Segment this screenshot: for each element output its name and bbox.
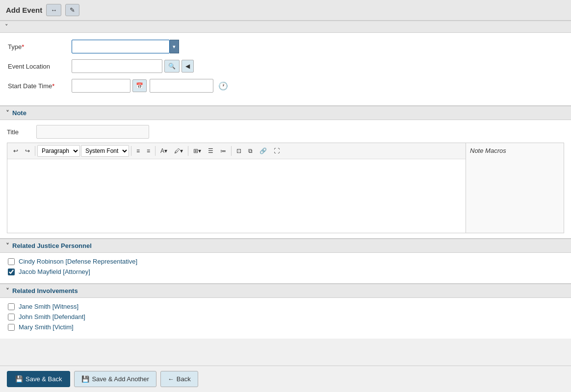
- table-button[interactable]: ⊞▾: [190, 146, 204, 156]
- chevron-icon: ˅: [5, 23, 8, 30]
- location-input[interactable]: [72, 59, 162, 73]
- type-wrapper: ▾: [72, 40, 179, 53]
- toolbar-sep-2: [131, 146, 131, 156]
- calendar-button[interactable]: 📅: [132, 79, 147, 92]
- start-label: Start Date Time*: [8, 82, 72, 90]
- toolbar-sep-3: [155, 146, 156, 156]
- highlight-button[interactable]: 🖊▾: [171, 146, 186, 156]
- note-title-label: Title: [7, 128, 36, 136]
- editor-main: ↩ ↪ Paragraph System Font ≡ ≡ A▾ 🖊▾: [7, 143, 466, 233]
- involvement-name-0[interactable]: Jane Smith [Witness]: [19, 303, 78, 310]
- editor-body[interactable]: [7, 159, 466, 233]
- link-button[interactable]: 🔗: [257, 146, 270, 156]
- location-label: Event Location: [8, 63, 72, 70]
- footer-bar: 💾 Save & Back 💾 Save & Add Another ← Bac…: [0, 366, 571, 368]
- toolbar-sep-4: [188, 146, 188, 156]
- involvement-name-2[interactable]: Mary Smith [Victim]: [19, 323, 74, 331]
- border-button[interactable]: ⊡: [234, 146, 244, 156]
- paragraph-select[interactable]: Paragraph: [37, 145, 80, 157]
- note-chevron-icon: ˅: [6, 109, 9, 117]
- note-title-row: Title Scheduled Event Note: [7, 125, 564, 139]
- fullscreen-button[interactable]: ⛶: [271, 146, 283, 156]
- personnel-chevron-icon: ˅: [6, 242, 9, 249]
- personnel-section-header[interactable]: ˅ Related Justice Personnel: [0, 239, 571, 253]
- redo-button[interactable]: ↪: [22, 146, 33, 156]
- personnel-area: Cindy Robinson [Defense Representative] …: [0, 253, 571, 283]
- note-macros-panel: Note Macros: [466, 143, 564, 233]
- note-title-input[interactable]: Scheduled Event Note: [36, 125, 149, 139]
- personnel-name-1[interactable]: Jacob Mayfield [Attorney]: [19, 268, 90, 275]
- type-dropdown-button[interactable]: ▾: [170, 40, 179, 53]
- edit-button[interactable]: ✎: [65, 4, 79, 16]
- personnel-name-0[interactable]: Cindy Robinson [Defense Representative]: [19, 258, 137, 265]
- align-left-button[interactable]: ≡: [133, 146, 143, 156]
- list-item: Mary Smith [Victim]: [8, 323, 563, 331]
- type-label: Type*: [8, 43, 72, 50]
- involvement-checkbox-2[interactable]: [8, 324, 15, 331]
- personnel-checkbox-1[interactable]: [8, 269, 15, 275]
- font-color-button[interactable]: A▾: [157, 146, 170, 156]
- list-item: Jane Smith [Witness]: [8, 303, 563, 310]
- list-item: Jacob Mayfield [Attorney]: [8, 268, 563, 275]
- undo-button[interactable]: ↩: [10, 146, 21, 156]
- personnel-checkbox-0[interactable]: [8, 258, 15, 265]
- toolbar-sep-1: [35, 146, 35, 156]
- align-right-button[interactable]: ≡: [144, 146, 153, 156]
- start-date-input[interactable]: [72, 79, 130, 93]
- note-section-header[interactable]: ˅ Note: [0, 106, 571, 120]
- involvement-checkbox-1[interactable]: [8, 314, 15, 320]
- swap-button[interactable]: ↔: [46, 4, 61, 16]
- involvement-checkbox-0[interactable]: [8, 303, 15, 310]
- number-list-button[interactable]: ≔: [217, 146, 229, 156]
- toolbar-sep-5: [231, 146, 232, 156]
- form-area: Type* ▾ Event Location 🔍 ◀ Start Date Ti…: [0, 33, 571, 105]
- involvements-area: Jane Smith [Witness] John Smith [Defenda…: [0, 298, 571, 339]
- involvement-name-1[interactable]: John Smith [Defendant]: [19, 313, 85, 320]
- start-time-input[interactable]: [150, 79, 213, 93]
- copy-button[interactable]: ⧉: [245, 146, 256, 156]
- clock-button[interactable]: 🕐: [215, 80, 231, 92]
- start-datetime-row: Start Date Time* 📅 🕐: [8, 79, 563, 93]
- page-title: Add Event: [6, 6, 42, 14]
- list-item: John Smith [Defendant]: [8, 313, 563, 320]
- note-section: Title Scheduled Event Note ↩ ↪ Paragraph…: [0, 120, 571, 238]
- list-item: Cindy Robinson [Defense Representative]: [8, 258, 563, 265]
- editor-container: ↩ ↪ Paragraph System Font ≡ ≡ A▾ 🖊▾: [7, 143, 564, 233]
- involvements-section-header[interactable]: ˅ Related Involvements: [0, 284, 571, 298]
- collapse-bar[interactable]: ˅: [0, 21, 571, 33]
- editor-toolbar: ↩ ↪ Paragraph System Font ≡ ≡ A▾ 🖊▾: [7, 143, 466, 159]
- type-input[interactable]: [72, 40, 170, 53]
- type-row: Type* ▾: [8, 40, 563, 53]
- location-clear-button[interactable]: ◀: [182, 60, 194, 73]
- location-search-button[interactable]: 🔍: [164, 60, 180, 73]
- involvements-chevron-icon: ˅: [6, 287, 9, 294]
- bullet-list-button[interactable]: ☰: [205, 146, 216, 156]
- location-row: Event Location 🔍 ◀: [8, 59, 563, 73]
- font-select[interactable]: System Font: [81, 145, 129, 157]
- page-header: Add Event ↔ ✎: [0, 0, 571, 21]
